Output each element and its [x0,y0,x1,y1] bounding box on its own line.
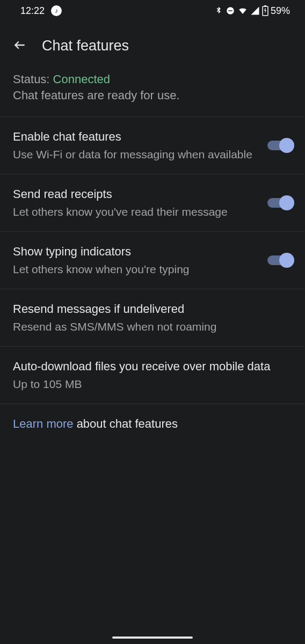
status-label: Status: [13,72,53,86]
toggle-switch[interactable] [267,198,292,208]
learn-more-link[interactable]: Learn more [13,417,74,430]
setting-read-receipts[interactable]: Send read receipts Let others know you'v… [0,174,305,231]
dnd-icon [226,6,235,16]
status-value: Connected [53,72,110,86]
battery-icon [262,5,268,16]
setting-desc: Let others know you've read their messag… [13,204,255,219]
setting-auto-download[interactable]: Auto-download files you receive over mob… [0,346,305,404]
wifi-icon [237,6,248,16]
setting-title: Send read receipts [13,186,255,202]
nav-bar-handle[interactable] [112,636,193,639]
setting-title: Enable chat features [13,129,255,145]
setting-resend-undelivered[interactable]: Resend messages if undelivered Resend as… [0,289,305,346]
svg-rect-1 [228,10,233,11]
setting-enable-chat[interactable]: Enable chat features Use Wi-Fi or data f… [0,116,305,174]
page-title: Chat features [42,38,129,54]
setting-desc: Up to 105 MB [13,377,292,392]
signal-icon [250,6,260,16]
back-arrow-icon[interactable] [13,38,27,54]
setting-title: Auto-download files you receive over mob… [13,358,292,375]
toggle-switch[interactable] [267,255,292,265]
connection-status: Status: Connected Chat features are read… [0,67,305,116]
svg-rect-3 [264,5,266,6]
setting-typing-indicators[interactable]: Show typing indicators Let others know w… [0,231,305,289]
learn-more-section: Learn more about chat features [0,404,305,444]
setting-title: Resend messages if undelivered [13,301,292,317]
toggle-switch[interactable] [267,141,292,150]
setting-desc: Let others know when you're typing [13,262,255,277]
battery-percent: 59% [271,5,290,17]
setting-title: Show typing indicators [13,244,255,260]
status-bar: 12:22 ♪ 59% [0,0,305,21]
music-icon: ♪ [51,5,62,16]
status-time: 12:22 [20,5,45,17]
header: Chat features [0,21,305,67]
setting-desc: Resend as SMS/MMS when not roaming [13,319,292,334]
bluetooth-icon [214,6,223,16]
setting-desc: Use Wi-Fi or data for messaging when ava… [13,147,255,162]
learn-more-text: about chat features [74,417,178,430]
status-desc: Chat features are ready for use. [13,89,292,103]
